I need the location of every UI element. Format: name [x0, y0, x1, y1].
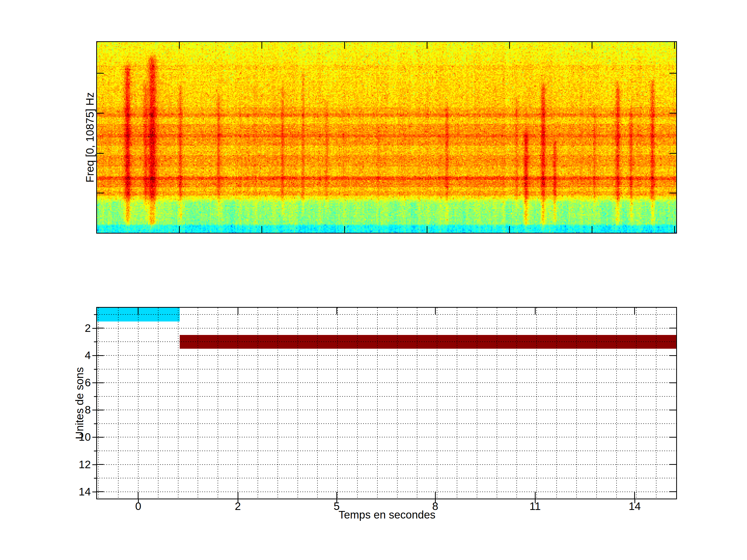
- y-tick-label: 2: [60, 322, 91, 335]
- y-tick: [669, 328, 676, 328]
- y-tick: [669, 73, 676, 74]
- x-tick: [179, 226, 180, 233]
- x-tick: [674, 226, 675, 233]
- x-tick: [634, 492, 635, 499]
- x-tick-label: 5: [316, 500, 357, 512]
- x-tick: [261, 42, 262, 49]
- y-tick: [97, 464, 104, 465]
- y-minor-tick-outer: [94, 478, 97, 479]
- x-tick: [336, 492, 337, 499]
- y-tick-outer: [92, 382, 97, 383]
- y-tick-outer: [92, 410, 97, 410]
- y-tick: [669, 153, 676, 154]
- y-tick: [97, 382, 104, 383]
- y-tick: [97, 410, 104, 410]
- x-tick: [344, 42, 345, 49]
- x-tick: [535, 492, 536, 499]
- spectrogram-area: [97, 42, 676, 233]
- y-tick: [97, 491, 104, 492]
- y-tick: [669, 355, 676, 356]
- units-area: [97, 308, 676, 499]
- x-tick: [238, 308, 238, 315]
- x-tick: [261, 226, 262, 233]
- x-tick: [336, 308, 337, 315]
- y-minor-tick-outer: [94, 342, 97, 342]
- x-tick: [592, 226, 592, 233]
- x-tick: [674, 42, 675, 49]
- y-tick-label: 4: [60, 349, 91, 362]
- units-plot: [96, 307, 677, 499]
- x-tick-label: 0: [118, 500, 159, 512]
- y-tick: [97, 355, 104, 356]
- y-minor-tick-outer: [94, 314, 97, 315]
- x-tick: [427, 226, 428, 233]
- y-tick-outer: [92, 437, 97, 437]
- y-tick: [669, 491, 676, 492]
- y-tick: [669, 113, 676, 113]
- y-tick-outer: [92, 491, 97, 492]
- y-tick: [669, 437, 676, 437]
- spectrogram-image: [97, 42, 676, 233]
- y-tick: [669, 382, 676, 383]
- y-tick: [97, 328, 104, 328]
- y-tick-outer: [92, 355, 97, 356]
- x-tick-label: 2: [217, 500, 259, 512]
- x-tick: [535, 308, 536, 315]
- x-tick: [179, 42, 180, 49]
- y-tick: [669, 464, 676, 465]
- y-minor-tick-outer: [94, 423, 97, 424]
- x-tick: [634, 308, 635, 315]
- time-xlabel: Temps en secondes: [283, 509, 491, 521]
- x-tick: [138, 492, 138, 499]
- x-tick: [592, 42, 592, 49]
- y-minor-tick-outer: [94, 369, 97, 370]
- x-tick: [509, 42, 510, 49]
- y-tick: [97, 153, 104, 154]
- y-tick-label: 12: [60, 458, 91, 471]
- x-tick-label: 8: [414, 500, 456, 512]
- x-tick: [344, 226, 345, 233]
- y-minor-tick-outer: [94, 451, 97, 451]
- y-tick: [97, 437, 104, 437]
- x-tick: [435, 492, 436, 499]
- x-tick-label: 11: [514, 500, 556, 512]
- y-tick: [97, 73, 104, 74]
- y-tick-label: 14: [60, 486, 91, 498]
- y-tick-label: 6: [60, 376, 91, 389]
- y-tick-outer: [92, 328, 97, 329]
- x-tick: [435, 308, 436, 315]
- y-tick: [669, 193, 676, 193]
- x-tick: [138, 308, 138, 315]
- y-tick-label: 8: [60, 404, 91, 416]
- y-tick: [97, 193, 104, 193]
- spectrogram-plot: [96, 41, 677, 234]
- y-tick-outer: [92, 464, 97, 465]
- y-minor-tick-outer: [94, 396, 97, 397]
- x-tick: [427, 42, 428, 49]
- y-tick: [97, 113, 104, 113]
- figure-root: Freq [0, 10875] Hz Unites de sons Temps …: [0, 0, 747, 560]
- x-tick: [509, 226, 510, 233]
- spectrogram-ylabel: Freq [0, 10875] Hz: [84, 34, 96, 241]
- x-tick-label: 14: [614, 500, 655, 512]
- y-tick-label: 10: [60, 431, 91, 443]
- x-tick: [238, 492, 238, 499]
- y-tick: [669, 410, 676, 410]
